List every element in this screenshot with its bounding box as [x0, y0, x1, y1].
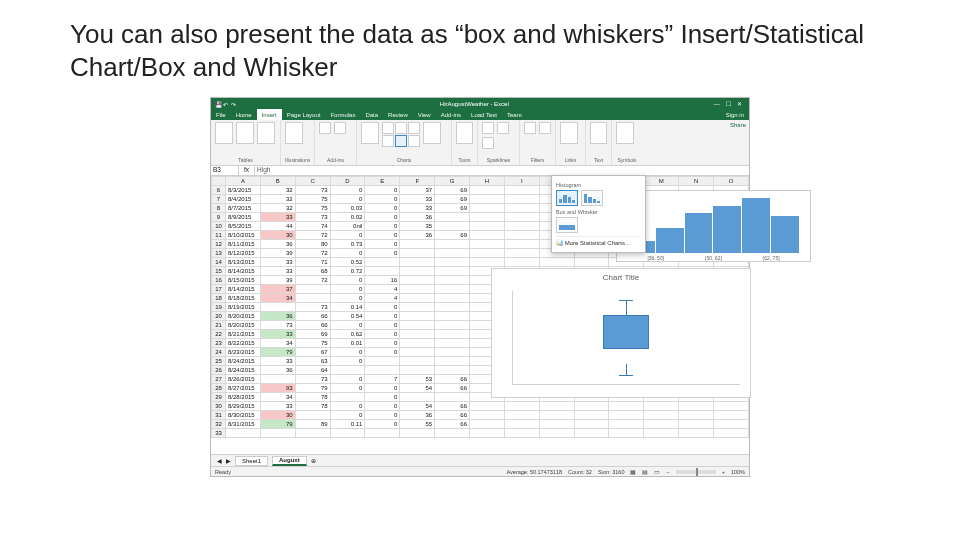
table-button[interactable] — [257, 122, 275, 144]
col-header-H[interactable]: H — [470, 177, 505, 186]
cell[interactable]: 0.01 — [330, 339, 365, 348]
cell[interactable] — [435, 366, 470, 375]
cell[interactable]: 69 — [435, 231, 470, 240]
embedded-chart[interactable]: Chart Title — [491, 268, 751, 398]
cell[interactable]: 33 — [400, 195, 435, 204]
chart-title[interactable]: Chart Title — [492, 273, 750, 282]
undo-icon[interactable]: ↶ — [223, 101, 229, 107]
row-header[interactable]: 32 — [212, 420, 226, 429]
cell[interactable]: 8/21/2015 — [226, 330, 261, 339]
slicer-button[interactable] — [524, 122, 536, 134]
cell[interactable] — [400, 429, 435, 438]
cell[interactable]: 8/30/2015 — [226, 411, 261, 420]
chart-pie-icon[interactable] — [408, 122, 420, 134]
row-header[interactable]: 23 — [212, 339, 226, 348]
tab-insert[interactable]: Insert — [257, 109, 282, 120]
cell[interactable]: 72 — [295, 231, 330, 240]
row-header[interactable]: 31 — [212, 411, 226, 420]
pareto-option[interactable] — [581, 190, 603, 206]
cell[interactable]: 74 — [295, 222, 330, 231]
cell[interactable]: 0 — [330, 195, 365, 204]
cell[interactable]: 32 — [260, 186, 295, 195]
cell[interactable]: 8/12/2015 — [226, 249, 261, 258]
cell[interactable]: 0 — [330, 402, 365, 411]
cell[interactable]: 8/31/2015 — [226, 420, 261, 429]
cell[interactable]: 33 — [400, 204, 435, 213]
cell[interactable] — [330, 429, 365, 438]
cell[interactable]: 32 — [260, 195, 295, 204]
cell[interactable] — [400, 303, 435, 312]
cell[interactable]: 0 — [365, 393, 400, 402]
tab-page-layout[interactable]: Page Layout — [282, 109, 326, 120]
cell[interactable]: 8/3/2015 — [226, 186, 261, 195]
cell[interactable]: 79 — [295, 384, 330, 393]
row-header[interactable]: 27 — [212, 375, 226, 384]
cell[interactable] — [435, 321, 470, 330]
cell[interactable] — [365, 267, 400, 276]
row-header[interactable]: 21 — [212, 321, 226, 330]
row-header[interactable]: 6 — [212, 186, 226, 195]
cell[interactable]: 67 — [295, 348, 330, 357]
cell[interactable]: 0.62 — [330, 330, 365, 339]
formula-input[interactable]: High — [255, 166, 749, 175]
cell[interactable]: 8/20/2015 — [226, 312, 261, 321]
cell[interactable] — [295, 429, 330, 438]
cell[interactable]: 0 — [365, 303, 400, 312]
cell[interactable]: 36 — [260, 240, 295, 249]
cell[interactable]: 72 — [295, 249, 330, 258]
row-header[interactable]: 13 — [212, 249, 226, 258]
cell[interactable]: 54 — [400, 384, 435, 393]
cell[interactable]: 0 — [365, 195, 400, 204]
cell[interactable]: 0.02 — [330, 213, 365, 222]
cell[interactable]: 8/19/2015 — [226, 303, 261, 312]
cell[interactable]: 69 — [295, 330, 330, 339]
tab-review[interactable]: Review — [383, 109, 413, 120]
row-header[interactable]: 19 — [212, 303, 226, 312]
cell[interactable] — [400, 276, 435, 285]
cell[interactable]: 93 — [260, 384, 295, 393]
row-header[interactable]: 30 — [212, 402, 226, 411]
chart-statistical-icon[interactable] — [395, 135, 407, 147]
cell[interactable] — [435, 276, 470, 285]
cell[interactable]: 36 — [260, 312, 295, 321]
chart-combo-icon[interactable] — [408, 135, 420, 147]
cell[interactable]: 0 — [365, 321, 400, 330]
cell[interactable] — [435, 429, 470, 438]
minimize-icon[interactable]: — — [712, 101, 722, 107]
col-header-M[interactable]: M — [644, 177, 679, 186]
cell[interactable]: 0 — [330, 384, 365, 393]
col-header-D[interactable]: D — [330, 177, 365, 186]
cell[interactable]: 0 — [365, 186, 400, 195]
cell[interactable]: 39 — [260, 276, 295, 285]
sheet-nav-prev-icon[interactable]: ◀ — [217, 457, 222, 464]
col-header-C[interactable]: C — [295, 177, 330, 186]
new-sheet-icon[interactable]: ⊕ — [311, 457, 316, 464]
zoom-slider[interactable] — [676, 470, 716, 474]
cell[interactable] — [400, 240, 435, 249]
row-header[interactable]: 18 — [212, 294, 226, 303]
cell[interactable] — [260, 303, 295, 312]
cell[interactable]: 75 — [295, 204, 330, 213]
row-header[interactable]: 17 — [212, 285, 226, 294]
row-header[interactable]: 15 — [212, 267, 226, 276]
cell[interactable] — [435, 339, 470, 348]
sheet-nav-next-icon[interactable]: ▶ — [226, 457, 231, 464]
sparkline-line-icon[interactable] — [482, 122, 494, 134]
cell[interactable]: 8/23/2015 — [226, 348, 261, 357]
cell[interactable]: 53 — [400, 375, 435, 384]
pivottable-button[interactable] — [215, 122, 233, 144]
cell[interactable]: 8/4/2015 — [226, 195, 261, 204]
cell[interactable]: 0 — [365, 249, 400, 258]
cell[interactable]: 0 — [330, 357, 365, 366]
cell[interactable]: 72 — [295, 276, 330, 285]
cell[interactable] — [435, 249, 470, 258]
cell[interactable]: 37 — [400, 186, 435, 195]
cell[interactable]: 69 — [435, 186, 470, 195]
col-header-N[interactable]: N — [679, 177, 714, 186]
cell[interactable]: 75 — [295, 339, 330, 348]
row-header[interactable]: 29 — [212, 393, 226, 402]
tab-home[interactable]: Home — [231, 109, 257, 120]
more-statistical-charts[interactable]: 📊 More Statistical Charts... — [556, 236, 641, 248]
pivotchart-button[interactable] — [423, 122, 441, 144]
store-button[interactable] — [319, 122, 331, 134]
